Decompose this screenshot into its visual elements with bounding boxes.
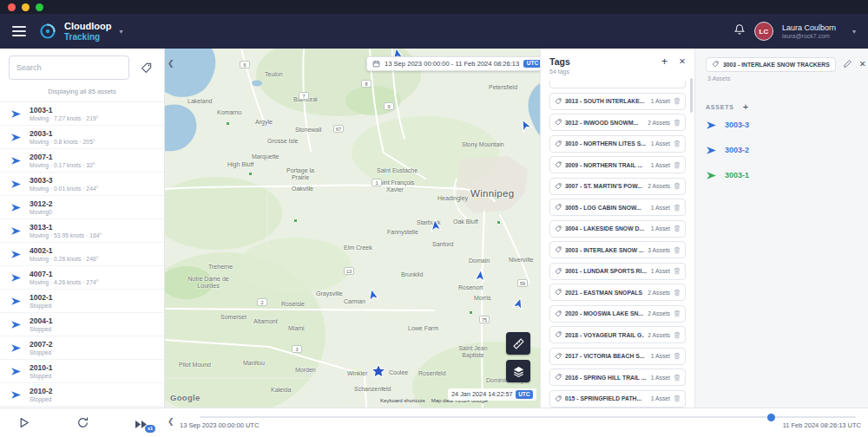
filter-tag-icon[interactable] bbox=[136, 58, 155, 77]
tag-row-partial[interactable] bbox=[549, 81, 686, 88]
asset-marker-star[interactable] bbox=[370, 362, 387, 383]
menu-icon[interactable] bbox=[12, 26, 26, 36]
keyboard-shortcuts-link[interactable]: Keyboard shortcuts bbox=[380, 398, 425, 403]
tag-row[interactable]: 3007 - ST. MARTIN'S POW...2 Assets bbox=[549, 178, 686, 195]
map-place-label: Schanzenfeld bbox=[354, 386, 391, 393]
window-zoom-button[interactable] bbox=[36, 3, 43, 11]
trash-icon[interactable] bbox=[674, 289, 681, 297]
asset-status: Moving · 7.27 knots · 219° bbox=[30, 115, 98, 121]
tag-label: 3010 - NORTHERN LITES S... bbox=[565, 140, 648, 147]
trash-icon[interactable] bbox=[674, 374, 681, 382]
tag-row[interactable]: 2020 - MOOSWA LAKE SN...2 Assets bbox=[549, 305, 686, 323]
notifications-bell-icon[interactable] bbox=[733, 23, 746, 40]
edit-tag-button[interactable] bbox=[843, 56, 852, 72]
sidebar-collapse-icon[interactable]: ❮ bbox=[168, 59, 174, 68]
asset-arrow-icon bbox=[10, 108, 22, 120]
selected-tag-chip[interactable]: 3003 - INTERLAKE SNOW TRACKERS bbox=[706, 57, 836, 72]
tag-row[interactable]: 2017 - VICTORIA BEACH S...1 Asset bbox=[549, 348, 686, 365]
tag-row[interactable]: 2021 - EASTMAN SNOPALS2 Assets bbox=[549, 284, 686, 301]
map-place-label: Stonewall bbox=[295, 127, 321, 134]
trash-icon[interactable] bbox=[674, 352, 681, 360]
tag-icon bbox=[555, 395, 562, 402]
collapse-playback-bar-icon[interactable]: ❮ bbox=[168, 417, 174, 426]
tag-row[interactable]: 2016 - SPRING HILL TRAIL ...1 Asset bbox=[549, 369, 686, 386]
trash-icon[interactable] bbox=[674, 97, 681, 105]
window-minimize-button[interactable] bbox=[22, 3, 30, 11]
trash-icon[interactable] bbox=[674, 310, 681, 317]
window-close-button[interactable] bbox=[8, 3, 16, 11]
park-poi-icon bbox=[226, 121, 230, 126]
asset-list-item[interactable]: 3003-3Moving · 0.01 knots · 244° bbox=[0, 173, 164, 196]
asset-list-item[interactable]: 3012-2Moving0 bbox=[0, 196, 164, 219]
asset-list-item[interactable]: 2010-1Stopped bbox=[0, 360, 164, 383]
asset-arrow-icon bbox=[10, 319, 22, 330]
close-detail-panel-button[interactable]: ✕ bbox=[859, 60, 866, 68]
trash-icon[interactable] bbox=[674, 395, 681, 402]
user-email: laura@rock7.com bbox=[782, 33, 836, 39]
search-input[interactable] bbox=[9, 55, 129, 80]
tag-row[interactable]: 3013 - SOUTH INTERLAKE...1 Asset bbox=[549, 93, 686, 110]
trash-icon[interactable] bbox=[674, 182, 681, 190]
layers-button[interactable] bbox=[506, 360, 530, 382]
brand-block[interactable]: Cloudloop Tracking bbox=[64, 21, 111, 42]
trash-icon[interactable] bbox=[674, 204, 681, 212]
close-tags-panel-button[interactable]: ✕ bbox=[679, 57, 686, 66]
play-button[interactable] bbox=[17, 416, 30, 433]
date-range-picker[interactable]: 13 Sep 2023 00:00:00 - 11 Feb 2024 08:26… bbox=[366, 56, 540, 71]
tag-row[interactable]: 3010 - NORTHERN LITES S...1 Asset bbox=[549, 135, 686, 153]
trash-icon[interactable] bbox=[674, 119, 681, 127]
trash-icon[interactable] bbox=[674, 161, 681, 169]
timeline-handle[interactable] bbox=[767, 414, 775, 421]
tag-row[interactable]: 2018 - VOYAGEUR TRAIL G...2 Assets bbox=[549, 326, 686, 343]
asset-arrow-icon bbox=[10, 389, 22, 401]
timeline-track[interactable] bbox=[200, 416, 856, 418]
chevron-down-icon[interactable]: ▾ bbox=[119, 28, 122, 36]
tag-row[interactable]: 3001 - LUNDAR SPORTS RI...1 Asset bbox=[549, 263, 686, 280]
tag-row[interactable]: 3012 - INWOOD SNOWM...2 Assets bbox=[549, 114, 686, 131]
asset-list-item[interactable]: 2007-2Stopped bbox=[0, 336, 164, 360]
tag-asset-item[interactable]: 3003-1 bbox=[706, 163, 866, 187]
asset-status: Stopped bbox=[30, 373, 52, 379]
trash-icon[interactable] bbox=[674, 267, 681, 275]
tags-panel: Tags 54 tags + ✕ 3013 - SOUTH INTERLAKE.… bbox=[540, 49, 694, 408]
user-block[interactable]: Laura Coulborn laura@rock7.com bbox=[782, 23, 836, 39]
asset-list-item[interactable]: 2007-1Moving · 0.17 knots · 32° bbox=[0, 149, 164, 173]
chevron-down-icon[interactable]: ▾ bbox=[852, 28, 856, 36]
map-place-label: Headingley bbox=[437, 195, 468, 202]
tag-row[interactable]: 3003 - INTERLAKE SNOW ...3 Assets bbox=[549, 241, 686, 258]
cloudloop-logo-icon[interactable] bbox=[38, 22, 57, 41]
timeline-start-label: 13 Sep 2023 00:00:00 UTC bbox=[180, 421, 259, 429]
playback-speed-badge[interactable]: x1 bbox=[145, 425, 155, 433]
tag-icon bbox=[555, 268, 562, 275]
trash-icon[interactable] bbox=[674, 140, 681, 147]
tag-row[interactable]: 3004 - LAKESIDE SNOW D...1 Asset bbox=[549, 220, 686, 238]
avatar[interactable]: LC bbox=[754, 22, 773, 41]
map-canvas[interactable]: Teulon Balmoral Petersfield Lakeland Kom… bbox=[165, 49, 540, 408]
tag-asset-item[interactable]: 3003-2 bbox=[706, 138, 866, 162]
tag-row[interactable]: 3009 - NORTHERN TRAIL ...1 Asset bbox=[549, 156, 686, 173]
asset-marker-arrow[interactable] bbox=[472, 268, 488, 287]
asset-marker-arrow[interactable] bbox=[428, 218, 444, 237]
tag-row[interactable]: 3005 - LOG CABIN SNOW...1 Asset bbox=[549, 199, 686, 216]
asset-list-item[interactable]: 1003-1Moving · 7.27 knots · 219° bbox=[0, 102, 164, 126]
add-tag-button[interactable]: + bbox=[661, 56, 667, 67]
asset-status: Stopped bbox=[30, 349, 52, 355]
asset-list-item[interactable]: 4002-1Moving · 0.26 knots · 246° bbox=[0, 243, 164, 266]
trash-icon[interactable] bbox=[674, 225, 681, 232]
trash-icon[interactable] bbox=[674, 331, 681, 339]
map-place-label: Winnipeg bbox=[470, 188, 514, 200]
tag-asset-count: 2 Assets bbox=[648, 310, 670, 316]
asset-list-item[interactable]: 2003-1Moving · 0.8 knots · 205° bbox=[0, 126, 164, 149]
asset-list-item[interactable]: 2004-1Stopped bbox=[0, 313, 164, 336]
tag-row[interactable]: 015 - SPRINGFIELD PATH...1 Asset bbox=[549, 390, 686, 408]
asset-list-item[interactable]: 1002-1Stopped bbox=[0, 290, 164, 313]
measure-tool-button[interactable] bbox=[506, 332, 530, 355]
asset-list-item[interactable]: 4007-1Moving · 4.26 knots · 274° bbox=[0, 266, 164, 290]
scrollbar-thumb[interactable] bbox=[690, 78, 693, 113]
tag-asset-item[interactable]: 3003-3 bbox=[706, 113, 866, 137]
asset-list-item[interactable]: 3013-1Moving · 53.95 knots · 164° bbox=[0, 219, 164, 243]
replay-button[interactable] bbox=[76, 416, 89, 433]
trash-icon[interactable] bbox=[674, 246, 681, 254]
asset-list-item[interactable]: 2010-2Stopped bbox=[0, 383, 164, 407]
add-asset-to-tag-button[interactable]: + bbox=[743, 102, 748, 112]
